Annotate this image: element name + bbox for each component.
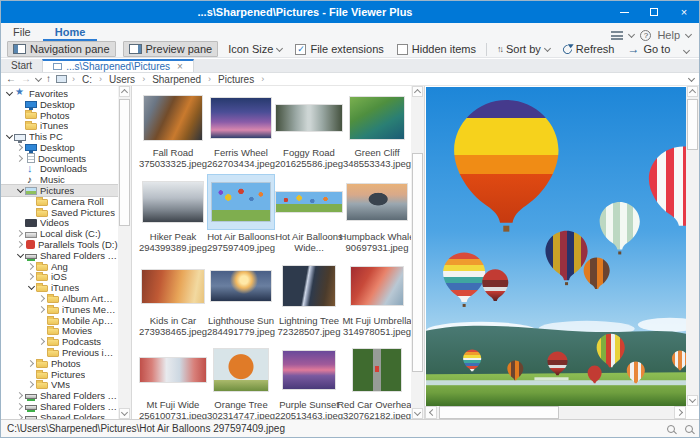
- close-button[interactable]: ×: [669, 1, 699, 23]
- file-thumbnail[interactable]: [208, 343, 274, 397]
- tree-scrollbar[interactable]: [118, 86, 131, 419]
- file-item-hot-air-balloons[interactable]: Hot Air Balloons297597409.jpeg: [207, 175, 275, 259]
- chevron-right-icon[interactable]: [37, 294, 47, 304]
- scrollbar-thumb[interactable]: [439, 406, 559, 419]
- preview-pane[interactable]: [424, 86, 699, 419]
- tree-item-movies[interactable]: Movies: [1, 326, 118, 337]
- tree-item-desktop[interactable]: Desktop: [1, 142, 118, 153]
- file-thumbnail[interactable]: [344, 91, 410, 145]
- chevron-right-icon[interactable]: [26, 358, 36, 368]
- tree-item-photos[interactable]: Photos: [1, 110, 118, 121]
- minimize-button[interactable]: [609, 1, 639, 23]
- breadcrumb-segment[interactable]: C:: [80, 74, 94, 85]
- file-item-lightning-tree[interactable]: Lightning Tree72328507.jpeg: [275, 259, 343, 343]
- file-thumbnail[interactable]: [140, 259, 206, 313]
- scroll-left-icon[interactable]: [425, 406, 437, 419]
- file-thumbnail[interactable]: [344, 175, 410, 229]
- chevron-down-icon[interactable]: [15, 250, 25, 260]
- tree-item-itunes[interactable]: iTunes: [1, 120, 118, 131]
- back-icon[interactable]: ←: [6, 74, 16, 84]
- tree-item-shared-folders-x-[interactable]: Shared Folders (X:): [1, 390, 118, 401]
- scroll-right-icon[interactable]: [674, 406, 686, 419]
- file-item-kids-in-car[interactable]: Kids in Car273938465.jpeg: [139, 259, 207, 343]
- chevron-right-icon[interactable]: [15, 153, 25, 163]
- refresh-button[interactable]: Refresh: [560, 42, 618, 56]
- computer-icon[interactable]: [56, 75, 67, 83]
- file-item-humpback-whale[interactable]: Humpback Whale90697931.jpeg: [343, 175, 411, 259]
- tree-item-local-disk-c-[interactable]: Local disk (C:): [1, 228, 118, 239]
- tree-item-itunes[interactable]: iTunes: [1, 282, 118, 293]
- file-item-mt-fuji-wide[interactable]: Mt Fuji Wide256100731.jpeg: [139, 343, 207, 427]
- file-thumbnail[interactable]: [276, 91, 342, 145]
- file-item-mt-fuji-umbrella[interactable]: Mt Fuji Umbrella314978051.jpeg: [343, 259, 411, 343]
- chevron-down-icon[interactable]: [15, 186, 25, 196]
- file-thumbnail[interactable]: [140, 175, 206, 229]
- tree-item-album-artwork[interactable]: Album Artwork: [1, 293, 118, 304]
- file-thumbnail[interactable]: [344, 259, 410, 313]
- file-item-hiker-peak[interactable]: Hiker Peak294399389.jpeg: [139, 175, 207, 259]
- preview-vertical-scrollbar[interactable]: [686, 86, 699, 406]
- maximize-button[interactable]: [639, 1, 669, 23]
- breadcrumb-segment[interactable]: Pictures: [216, 74, 256, 85]
- scroll-up-icon[interactable]: [687, 86, 698, 97]
- file-thumbnail[interactable]: [208, 259, 274, 313]
- tree-item-mobile-applications[interactable]: Mobile Applications: [1, 315, 118, 326]
- tree-item-shared-folders-z-[interactable]: Shared Folders (Z:): [1, 412, 118, 419]
- tree-item-downloads[interactable]: Downloads: [1, 164, 118, 175]
- chevron-down-icon[interactable]: [4, 88, 14, 98]
- tree-item-previous-itunes-libraries[interactable]: Previous iTunes Libraries: [1, 347, 118, 358]
- zoom-out-icon[interactable]: [667, 425, 675, 433]
- tab-file[interactable]: File: [1, 24, 43, 41]
- tab-start[interactable]: Start: [1, 59, 42, 72]
- tree-item-pictures[interactable]: Pictures: [1, 369, 118, 380]
- sort-by-dropdown[interactable]: ↑↓ Sort by: [494, 42, 553, 56]
- file-thumbnail[interactable]: [208, 91, 274, 145]
- navigation-pane-toggle[interactable]: Navigation pane: [7, 41, 116, 57]
- file-thumbnail[interactable]: [276, 343, 342, 397]
- scrollbar-thumb[interactable]: [412, 153, 423, 373]
- file-item-hab-wide[interactable]: Hot Air BalloonsWide...: [275, 175, 343, 259]
- chevron-right-icon[interactable]: [15, 402, 25, 412]
- file-item-purple-sunset[interactable]: Purple Sunset220513463.jpeg: [275, 343, 343, 427]
- chevron-right-icon[interactable]: [37, 304, 47, 314]
- tree-item-desktop[interactable]: Desktop: [1, 99, 118, 110]
- recent-locations-icon[interactable]: [35, 74, 42, 81]
- file-thumbnail[interactable]: [276, 175, 342, 229]
- hidden-items-checkbox[interactable]: Hidden items: [394, 42, 479, 56]
- chevron-right-icon[interactable]: [15, 229, 25, 239]
- tree-item-parallels-tools-d-[interactable]: Parallels Tools (D:): [1, 239, 118, 250]
- tree-item-music[interactable]: Music: [1, 174, 118, 185]
- breadcrumb-segment[interactable]: Sharpened: [150, 74, 203, 85]
- file-item-lighthouse-sun[interactable]: Lighthouse Sun284491779.jpeg: [207, 259, 275, 343]
- collapse-ribbon-button[interactable]: [684, 43, 693, 55]
- tree-item-ios[interactable]: iOS: [1, 272, 118, 283]
- scroll-down-icon[interactable]: [119, 408, 130, 419]
- tree-item-photos[interactable]: Photos: [1, 358, 118, 369]
- file-item-foggy-road[interactable]: Foggy Road201625586.jpeg: [275, 91, 343, 175]
- chevron-right-icon[interactable]: [15, 142, 25, 152]
- grid-scrollbar[interactable]: [411, 86, 424, 419]
- chevron-right-icon[interactable]: [26, 261, 36, 271]
- scroll-up-icon[interactable]: [119, 86, 130, 97]
- chevron-right-icon[interactable]: [26, 272, 36, 282]
- file-thumbnail[interactable]: [276, 259, 342, 313]
- forward-icon[interactable]: →: [21, 74, 31, 84]
- tree-item-saved-pictures[interactable]: Saved Pictures: [1, 207, 118, 218]
- chevron-right-icon[interactable]: [15, 391, 25, 401]
- scrollbar-thumb[interactable]: [687, 99, 698, 150]
- tree-item-vms[interactable]: VMs: [1, 380, 118, 391]
- chevron-right-icon[interactable]: [26, 380, 36, 390]
- ribbon-display-options-icon[interactable]: [611, 31, 623, 40]
- file-item-green-cliff[interactable]: Green Cliff348553343.jpeg: [343, 91, 411, 175]
- preview-pane-toggle[interactable]: Preview pane: [123, 41, 219, 57]
- help-menu[interactable]: Help: [657, 29, 680, 41]
- zoom-in-icon[interactable]: [685, 425, 693, 433]
- tab-home[interactable]: Home: [43, 24, 98, 41]
- tree-item-podcasts[interactable]: Podcasts: [1, 336, 118, 347]
- file-item-orange-tree[interactable]: Orange Tree302314747.jpeg: [207, 343, 275, 427]
- scroll-down-icon[interactable]: [687, 395, 698, 406]
- chevron-right-icon[interactable]: [15, 412, 25, 419]
- scrollbar-thumb[interactable]: [119, 99, 130, 226]
- tree-item-favorites[interactable]: Favorites: [1, 88, 118, 99]
- chevron-down-icon[interactable]: [688, 74, 695, 81]
